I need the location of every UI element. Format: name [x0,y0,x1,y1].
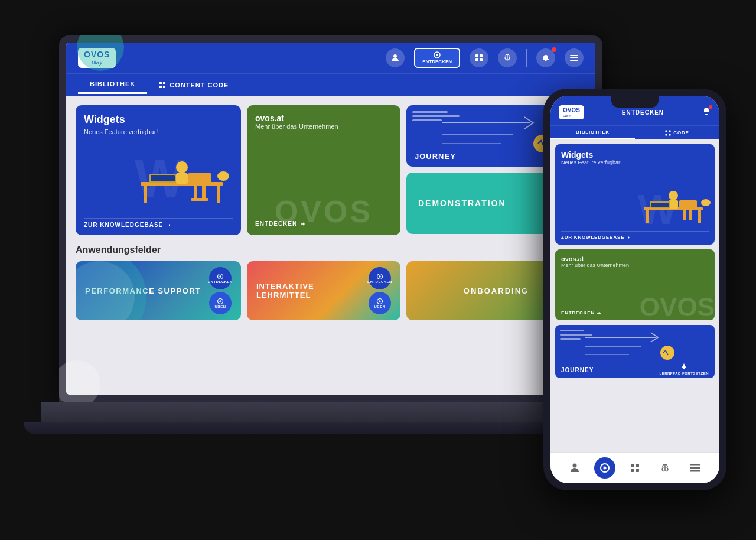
phone-entdecken[interactable]: ENTDECKEN [622,109,664,116]
svg-rect-70 [690,467,700,469]
phone-body: Widgets Neues Feature verfügbar! W [550,139,719,452]
svg-rect-22 [191,198,208,201]
svg-point-61 [573,464,577,468]
svg-point-55 [701,199,711,206]
svg-rect-64 [631,464,634,467]
svg-rect-40 [666,130,668,132]
brain-icon[interactable] [498,48,517,67]
svg-rect-11 [159,82,162,84]
svg-point-38 [379,275,381,278]
perf-actions: ENTDECKEN ÜBEN [209,267,232,314]
phone-widget-card[interactable]: Widgets Neues Feature verfügbar! W [555,144,715,245]
svg-point-27 [217,171,229,181]
interaktiv-actions: ENTDECKEN ÜBEN [369,267,391,314]
svg-rect-24 [176,173,188,184]
phone-tab-bibliothek[interactable]: BIBLIOTHEK [550,126,635,139]
tab-content-code[interactable]: CONTENT CODE [147,77,240,93]
phone-widget-link[interactable]: ZUR KNOWLEDGEBASE [561,235,631,240]
phone-bell-icon[interactable] [702,106,711,118]
perf-entdecken-btn[interactable]: ENTDECKEN [209,267,232,289]
footer-person-icon[interactable] [564,457,585,479]
entdecken-label: ENTDECKEN [422,59,452,64]
svg-rect-48 [679,200,697,209]
phone-bell-badge [709,105,712,109]
svg-rect-46 [646,210,649,223]
svg-point-51 [669,191,678,200]
svg-rect-17 [144,186,147,203]
interaktiv-entdecken-btn[interactable]: ENTDECKEN [369,267,391,289]
svg-rect-19 [188,173,211,185]
phone-tabs: BIBLIOTHEK CODE [550,125,719,139]
svg-rect-12 [163,82,165,84]
screen-nav: BIBLIOTHEK CONTENT CODE [66,73,595,96]
footer-grid-icon[interactable] [624,457,646,479]
svg-rect-60 [683,366,685,369]
interaktiv-entdecken-text: ENTDECKEN [367,280,392,284]
phone-footer [550,452,719,483]
laptop-base [41,402,620,425]
footer-menu-icon[interactable] [685,457,706,479]
svg-rect-66 [631,469,634,473]
svg-rect-6 [480,58,483,61]
phone: OVOS play ENTDECKEN BIBLIOTHEK CODE [543,89,726,490]
scene: OVOS play ENTDECKEN [0,0,756,540]
phone-ovos-sub: Mehr über das Unternehmen [561,262,709,268]
svg-rect-4 [480,54,483,57]
desk-illustration: W [129,147,235,217]
phone-code-label: CODE [673,130,689,135]
journey-label: JOURNEY [415,152,456,161]
svg-rect-21 [202,185,206,200]
perf-ueben-text: ÜBEN [214,305,226,308]
interaktiv-card[interactable]: INTERAKTIVE LEHRMITTEL ENTDECKEN ÜBEN [247,261,400,320]
lernpfad-text: LERNPFAD FORTSETZEN [659,372,709,376]
svg-rect-10 [570,60,578,61]
phone-ovos-title: ovos.at [561,255,709,262]
svg-rect-3 [475,54,478,57]
section2-title: Anwendungsfelder [76,245,586,255]
ovos-link[interactable]: ENTDECKEN [255,220,305,227]
interaktiv-ueben-btn[interactable]: ÜBEN [369,292,391,314]
svg-rect-49 [683,209,686,220]
phone-journey-card[interactable]: JOURNEY LERNPFAD FORTSETZEN [555,325,715,378]
onboarding-label: ONBOARDING [464,287,529,295]
phone-logo[interactable]: OVOS play [559,105,584,119]
phone-widget-sub: Neues Feature verfügbar! [561,160,709,165]
footer-compass-icon[interactable] [594,457,615,479]
phone-ovos-link-text: ENTDECKEN [561,310,595,315]
svg-rect-41 [669,130,671,132]
svg-rect-20 [194,185,197,200]
bottom-cards-grid: PERFORMANCE SUPPORT ENTDECKEN ÜBEN [76,261,586,320]
perf-ueben-btn[interactable]: ÜBEN [209,292,232,314]
svg-rect-71 [690,470,700,472]
svg-rect-14 [163,86,165,88]
grid-icon[interactable] [470,48,488,67]
bell-icon[interactable] [536,48,555,67]
svg-point-0 [393,54,397,58]
phone-ovos-card[interactable]: ovos.at Mehr über das Unternehmen OVOS E… [555,249,715,320]
phone-tab-code[interactable]: CODE [635,126,719,139]
svg-rect-50 [689,209,692,220]
svg-rect-26 [151,175,175,181]
phone-widget-title: Widgets [561,150,709,160]
content-code-label: CONTENT CODE [170,82,229,89]
laptop-screen-outer: OVOS play ENTDECKEN [59,35,602,402]
ovos-title: ovos.at [255,113,392,123]
phone-ovos-link[interactable]: ENTDECKEN [561,310,601,315]
svg-rect-5 [475,58,478,61]
ovos-card[interactable]: ovos.at Mehr über das Unternehmen OVOS E… [247,105,400,235]
phone-logo-play: play [563,113,580,118]
menu-icon[interactable] [565,48,584,67]
ovos-link-text: ENTDECKEN [255,220,297,227]
entdecken-btn[interactable]: ENTDECKEN [414,48,460,68]
screen-body: Widgets Neues Feature verfügbar! W [66,96,595,395]
svg-point-2 [436,54,438,56]
svg-rect-9 [570,57,578,58]
phone-outer: OVOS play ENTDECKEN BIBLIOTHEK CODE [543,89,726,490]
footer-brain-icon[interactable] [654,457,676,479]
svg-rect-69 [690,464,700,466]
phone-lernpfad[interactable]: LERNPFAD FORTSETZEN [659,362,709,376]
svg-point-59 [660,346,674,360]
profile-icon[interactable] [386,48,405,67]
ovos-sub: Mehr über das Unternehmen [255,123,392,130]
laptop: OVOS play ENTDECKEN [59,35,620,479]
